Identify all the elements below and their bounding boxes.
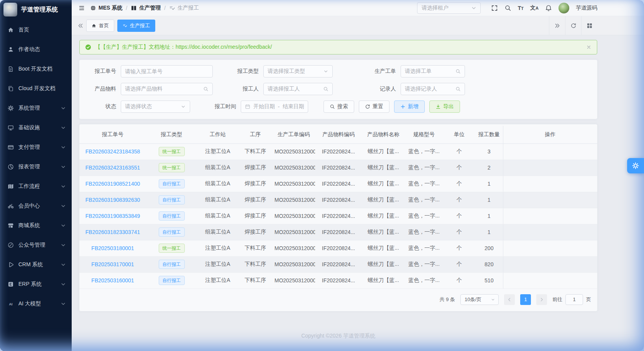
filter-label-feedback-time: 报工时间 (190, 103, 241, 110)
filter-daterange-feedback-time[interactable]: 开始日期-结束日期 (241, 101, 308, 113)
order-no-link[interactable]: FB2026031908521400 (85, 181, 140, 187)
search-icon (455, 69, 461, 74)
tags-scroll-left-icon[interactable] (75, 16, 86, 35)
report-type-badge: 自行报工 (159, 179, 185, 188)
chip-icon (90, 5, 96, 11)
search-icon[interactable] (504, 5, 511, 12)
column-header-report_type: 报工类型 (146, 126, 197, 143)
search-icon (455, 86, 461, 92)
open-tabs: 首页生产报工 (86, 16, 155, 35)
table-header-row: 报工单号报工类型工作站工序生产工单编码产品物料编码产品物料名称规格型号单位报工数… (79, 126, 597, 143)
order-no-link[interactable]: FB202503180001 (91, 245, 134, 251)
order-no-link[interactable]: FB2026032423163551 (85, 165, 140, 171)
filter-select-feedback-type[interactable]: 请选择报工类型 (263, 65, 333, 77)
layout-grid-icon[interactable] (581, 16, 597, 35)
sidebar-item-infrastructure[interactable]: 基础设施 (0, 118, 72, 137)
breadcrumb-item-production-management[interactable]: 生产管理 (131, 5, 161, 12)
font-size-icon[interactable]: TT (518, 5, 524, 11)
actions-cell (503, 160, 597, 176)
filter-search-recorder[interactable]: 请选择记录人 (401, 83, 465, 95)
order-no-link[interactable]: FB2026031823303741 (85, 229, 140, 235)
reset-button[interactable]: 重置 (359, 101, 389, 113)
fullscreen-icon[interactable] (491, 5, 498, 12)
bicycle-icon (8, 203, 14, 209)
sidebar-item-payment-management[interactable]: 支付管理 (0, 137, 72, 157)
home-icon (92, 23, 96, 28)
column-header-process: 工序 (238, 126, 272, 143)
erp-icon (8, 281, 14, 287)
page-number-button[interactable]: 1 (520, 294, 531, 305)
order-no-link[interactable]: FB202503160001 (91, 277, 134, 283)
sidebar-item-cloud-docs[interactable]: Cloud 开发文档 (0, 79, 72, 98)
chevron-down-icon (323, 69, 329, 74)
chevron-down-icon (60, 203, 66, 209)
order-no-link[interactable]: FB2026031908392630 (85, 197, 140, 203)
tags-scroll-right-icon[interactable] (549, 16, 565, 35)
tab-production-feedback[interactable]: 生产报工 (117, 20, 155, 32)
sidebar-item-ai-model[interactable]: AIAI 大模型 (0, 294, 72, 313)
next-page-button[interactable] (536, 294, 547, 305)
filter-search-reporter[interactable]: 请选择报工人 (263, 83, 333, 95)
sidebar-item-label: 系统管理 (18, 105, 56, 112)
add-button[interactable]: 新增 (394, 101, 425, 113)
prev-page-button[interactable] (504, 294, 515, 305)
filter-search-production-order[interactable]: 请选择工单 (401, 65, 465, 77)
logo-avatar-image (3, 3, 17, 16)
user-avatar[interactable] (559, 3, 569, 13)
actions-cell (503, 143, 597, 160)
sidebar-item-crm-system[interactable]: CRM 系统 (0, 255, 72, 274)
sidebar-item-report-management[interactable]: 报表管理 (0, 157, 72, 176)
sidebar-item-workflow[interactable]: 工作流程 (0, 176, 72, 196)
sidebar-item-author-news[interactable]: 作者动态 (0, 40, 72, 59)
actions-cell (503, 192, 597, 208)
feedback-table: 报工单号报工类型工作站工序生产工单编码产品物料编码产品物料名称规格型号单位报工数… (79, 126, 597, 289)
sidebar-item-mall-system[interactable]: 商城系统 (0, 216, 72, 235)
download-icon (435, 104, 441, 109)
tab-home[interactable]: 首页 (86, 20, 114, 32)
tenant-select[interactable]: 请选择租户 (417, 2, 481, 14)
table-row: FB2026031908353849自行报工组装工位A焊接工序MO2025031… (79, 208, 597, 224)
alert-close-icon[interactable] (586, 44, 591, 50)
app-logo[interactable]: 芋道管理系统 (0, 0, 72, 19)
filter-input-feedback-no[interactable] (121, 65, 213, 77)
report-type-badge: 统一报工 (159, 163, 185, 172)
actions-cell (503, 272, 597, 288)
sidebar-item-label: Cloud 开发文档 (18, 85, 66, 92)
export-button[interactable]: 导出 (429, 101, 460, 113)
notification-bell-icon[interactable] (545, 5, 552, 12)
search-button[interactable]: 搜索 (324, 101, 354, 113)
actions-cell (503, 224, 597, 240)
order-no-link[interactable]: FB202503170001 (91, 261, 134, 267)
sidebar-item-home[interactable]: 首页 (0, 20, 72, 40)
report-type-badge: 自行报工 (159, 260, 185, 269)
locale-icon[interactable]: 文A (530, 5, 539, 12)
sidebar-item-member-center[interactable]: 会员中心 (0, 196, 72, 216)
actions-cell (503, 176, 597, 192)
order-no-link[interactable]: FB2026031908353849 (85, 213, 140, 219)
collapse-sidebar-icon[interactable] (79, 5, 85, 11)
sidebar-item-boot-docs[interactable]: Boot 开发文档 (0, 59, 72, 79)
refresh-page-icon[interactable] (565, 16, 581, 35)
order-no-link[interactable]: FB2026032423184358 (85, 148, 140, 155)
report-type-badge: 统一报工 (159, 244, 185, 253)
theme-settings-button[interactable] (627, 158, 644, 173)
chevron-down-icon (60, 281, 66, 287)
table-row: FB202503180001统一报工注塑工位A下料工序MO20250312000… (79, 240, 597, 256)
sidebar-item-system-management[interactable]: 系统管理 (0, 98, 72, 118)
breadcrumb-item-production-feedback: 生产报工 (169, 5, 199, 12)
chevron-down-icon (60, 105, 66, 111)
username[interactable]: 芋道源码 (576, 5, 597, 12)
sidebar-item-official-account[interactable]: 公众号管理 (0, 235, 72, 255)
column-header-material_code: 产品物料编码 (315, 126, 362, 143)
sidebar-item-erp-system[interactable]: ERP 系统 (0, 274, 72, 294)
page-size-select[interactable]: 10条/页 (460, 294, 499, 305)
filter-select-status[interactable]: 请选择状态 (121, 101, 190, 113)
goto-page-input[interactable] (565, 294, 583, 305)
filter-search-product-material[interactable]: 请选择产品物料 (121, 83, 213, 95)
filter-label-feedback-type: 报工类型 (213, 68, 263, 75)
column-header-unit: 单位 (443, 126, 475, 143)
sidebar-item-label: AI 大模型 (18, 300, 56, 307)
column-header-qty: 报工数量 (475, 126, 503, 143)
chevron-down-icon (491, 297, 495, 302)
breadcrumb-item-mes-system[interactable]: MES 系统 (90, 5, 122, 12)
